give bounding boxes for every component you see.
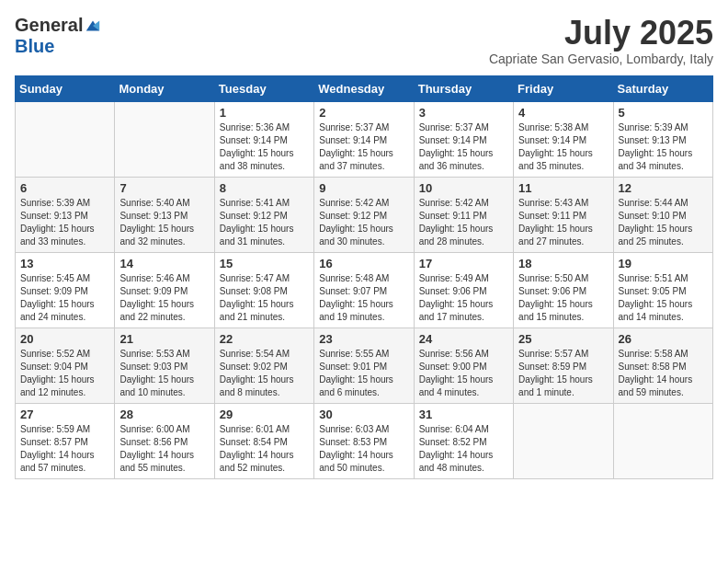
day-info: Sunrise: 5:52 AM Sunset: 9:04 PM Dayligh… xyxy=(20,348,109,399)
calendar-cell: 30Sunrise: 6:03 AM Sunset: 8:53 PM Dayli… xyxy=(314,403,414,478)
day-number: 15 xyxy=(220,257,309,270)
calendar-row: 20Sunrise: 5:52 AM Sunset: 9:04 PM Dayli… xyxy=(16,327,713,403)
calendar-cell: 31Sunrise: 6:04 AM Sunset: 8:52 PM Dayli… xyxy=(414,403,513,478)
calendar-cell: 18Sunrise: 5:50 AM Sunset: 9:06 PM Dayli… xyxy=(514,252,613,327)
col-header-friday: Friday xyxy=(514,75,613,101)
col-header-saturday: Saturday xyxy=(613,75,712,101)
day-info: Sunrise: 5:42 AM Sunset: 9:12 PM Dayligh… xyxy=(319,197,408,248)
day-number: 24 xyxy=(419,332,508,346)
calendar-cell: 22Sunrise: 5:54 AM Sunset: 9:02 PM Dayli… xyxy=(214,327,313,403)
calendar-cell: 4Sunrise: 5:38 AM Sunset: 9:14 PM Daylig… xyxy=(514,101,613,177)
day-number: 3 xyxy=(419,106,508,120)
logo-blue-text: Blue xyxy=(15,36,54,57)
day-info: Sunrise: 5:54 AM Sunset: 9:02 PM Dayligh… xyxy=(220,348,309,399)
month-title: July 2025 xyxy=(489,15,713,52)
day-info: Sunrise: 5:50 AM Sunset: 9:06 PM Dayligh… xyxy=(518,272,608,324)
calendar-cell xyxy=(16,101,115,177)
calendar-cell: 24Sunrise: 5:56 AM Sunset: 9:00 PM Dayli… xyxy=(414,327,513,403)
calendar-cell: 13Sunrise: 5:45 AM Sunset: 9:09 PM Dayli… xyxy=(16,252,115,327)
day-number: 17 xyxy=(419,257,508,270)
title-area: July 2025 Capriate San Gervasio, Lombard… xyxy=(489,15,713,66)
day-number: 1 xyxy=(220,106,309,120)
col-header-wednesday: Wednesday xyxy=(314,75,414,101)
day-number: 21 xyxy=(119,332,209,346)
day-info: Sunrise: 6:00 AM Sunset: 8:56 PM Dayligh… xyxy=(119,423,209,475)
day-info: Sunrise: 6:01 AM Sunset: 8:54 PM Dayligh… xyxy=(220,423,309,475)
day-number: 28 xyxy=(119,408,209,421)
col-header-tuesday: Tuesday xyxy=(214,75,313,101)
day-info: Sunrise: 5:48 AM Sunset: 9:07 PM Dayligh… xyxy=(319,272,408,324)
day-info: Sunrise: 5:39 AM Sunset: 9:13 PM Dayligh… xyxy=(619,121,708,173)
header-row: SundayMondayTuesdayWednesdayThursdayFrid… xyxy=(16,75,713,101)
day-number: 4 xyxy=(518,106,608,120)
header: General Blue July 2025 Capriate San Gerv… xyxy=(15,15,713,66)
day-number: 12 xyxy=(619,181,708,195)
day-info: Sunrise: 5:41 AM Sunset: 9:12 PM Dayligh… xyxy=(220,197,309,248)
calendar-cell xyxy=(115,101,214,177)
calendar-cell: 27Sunrise: 5:59 AM Sunset: 8:57 PM Dayli… xyxy=(16,403,115,478)
day-number: 7 xyxy=(119,181,209,195)
day-number: 2 xyxy=(319,106,408,120)
day-info: Sunrise: 5:44 AM Sunset: 9:10 PM Dayligh… xyxy=(619,197,708,248)
calendar-cell: 2Sunrise: 5:37 AM Sunset: 9:14 PM Daylig… xyxy=(314,101,414,177)
calendar-cell: 7Sunrise: 5:40 AM Sunset: 9:13 PM Daylig… xyxy=(115,177,214,252)
day-number: 16 xyxy=(319,257,408,270)
day-number: 19 xyxy=(619,257,708,270)
day-number: 8 xyxy=(220,181,309,195)
day-info: Sunrise: 5:58 AM Sunset: 8:58 PM Dayligh… xyxy=(619,348,708,399)
col-header-monday: Monday xyxy=(115,75,214,101)
calendar-cell: 17Sunrise: 5:49 AM Sunset: 9:06 PM Dayli… xyxy=(414,252,513,327)
day-info: Sunrise: 5:49 AM Sunset: 9:06 PM Dayligh… xyxy=(419,272,508,324)
day-info: Sunrise: 5:45 AM Sunset: 9:09 PM Dayligh… xyxy=(20,272,109,324)
day-info: Sunrise: 5:59 AM Sunset: 8:57 PM Dayligh… xyxy=(20,423,109,475)
calendar-cell: 23Sunrise: 5:55 AM Sunset: 9:01 PM Dayli… xyxy=(314,327,414,403)
calendar: SundayMondayTuesdayWednesdayThursdayFrid… xyxy=(15,75,713,479)
calendar-row: 6Sunrise: 5:39 AM Sunset: 9:13 PM Daylig… xyxy=(16,177,713,252)
logo: General Blue xyxy=(15,15,101,57)
subtitle: Capriate San Gervasio, Lombardy, Italy xyxy=(489,52,713,66)
day-info: Sunrise: 5:37 AM Sunset: 9:14 PM Dayligh… xyxy=(319,121,408,173)
calendar-cell: 14Sunrise: 5:46 AM Sunset: 9:09 PM Dayli… xyxy=(115,252,214,327)
day-number: 18 xyxy=(518,257,608,270)
day-info: Sunrise: 5:39 AM Sunset: 9:13 PM Dayligh… xyxy=(20,197,109,248)
logo-general-text: General xyxy=(15,15,83,36)
day-number: 13 xyxy=(20,257,109,270)
col-header-thursday: Thursday xyxy=(414,75,513,101)
calendar-cell: 19Sunrise: 5:51 AM Sunset: 9:05 PM Dayli… xyxy=(613,252,712,327)
day-info: Sunrise: 5:46 AM Sunset: 9:09 PM Dayligh… xyxy=(119,272,209,324)
calendar-row: 1Sunrise: 5:36 AM Sunset: 9:14 PM Daylig… xyxy=(16,101,713,177)
calendar-cell: 21Sunrise: 5:53 AM Sunset: 9:03 PM Dayli… xyxy=(115,327,214,403)
calendar-cell: 3Sunrise: 5:37 AM Sunset: 9:14 PM Daylig… xyxy=(414,101,513,177)
day-number: 10 xyxy=(419,181,508,195)
day-info: Sunrise: 5:56 AM Sunset: 9:00 PM Dayligh… xyxy=(419,348,508,399)
logo-icon xyxy=(85,17,101,34)
day-info: Sunrise: 5:42 AM Sunset: 9:11 PM Dayligh… xyxy=(419,197,508,248)
calendar-cell: 12Sunrise: 5:44 AM Sunset: 9:10 PM Dayli… xyxy=(613,177,712,252)
day-info: Sunrise: 5:38 AM Sunset: 9:14 PM Dayligh… xyxy=(518,121,608,173)
day-number: 20 xyxy=(20,332,109,346)
day-number: 23 xyxy=(319,332,408,346)
day-number: 11 xyxy=(518,181,608,195)
day-info: Sunrise: 5:57 AM Sunset: 8:59 PM Dayligh… xyxy=(518,348,608,399)
day-number: 6 xyxy=(20,181,109,195)
day-info: Sunrise: 5:55 AM Sunset: 9:01 PM Dayligh… xyxy=(319,348,408,399)
day-number: 29 xyxy=(220,408,309,421)
calendar-cell: 16Sunrise: 5:48 AM Sunset: 9:07 PM Dayli… xyxy=(314,252,414,327)
calendar-row: 13Sunrise: 5:45 AM Sunset: 9:09 PM Dayli… xyxy=(16,252,713,327)
day-number: 9 xyxy=(319,181,408,195)
calendar-cell xyxy=(514,403,613,478)
day-number: 27 xyxy=(20,408,109,421)
calendar-cell: 11Sunrise: 5:43 AM Sunset: 9:11 PM Dayli… xyxy=(514,177,613,252)
col-header-sunday: Sunday xyxy=(16,75,115,101)
calendar-cell: 25Sunrise: 5:57 AM Sunset: 8:59 PM Dayli… xyxy=(514,327,613,403)
day-number: 14 xyxy=(119,257,209,270)
calendar-cell xyxy=(613,403,712,478)
day-info: Sunrise: 5:43 AM Sunset: 9:11 PM Dayligh… xyxy=(518,197,608,248)
calendar-cell: 10Sunrise: 5:42 AM Sunset: 9:11 PM Dayli… xyxy=(414,177,513,252)
day-number: 30 xyxy=(319,408,408,421)
day-number: 5 xyxy=(619,106,708,120)
day-info: Sunrise: 5:47 AM Sunset: 9:08 PM Dayligh… xyxy=(220,272,309,324)
day-info: Sunrise: 5:40 AM Sunset: 9:13 PM Dayligh… xyxy=(119,197,209,248)
calendar-cell: 1Sunrise: 5:36 AM Sunset: 9:14 PM Daylig… xyxy=(214,101,313,177)
calendar-cell: 29Sunrise: 6:01 AM Sunset: 8:54 PM Dayli… xyxy=(214,403,313,478)
